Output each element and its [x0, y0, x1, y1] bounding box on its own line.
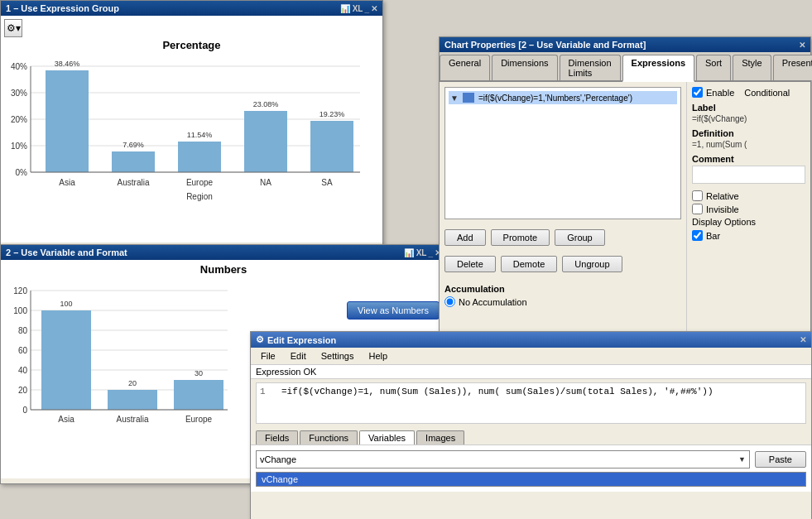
label-field-value: =if($(vChange)	[692, 114, 805, 123]
invisible-checkbox[interactable]	[692, 204, 703, 214]
tab-fields[interactable]: Fields	[256, 430, 298, 445]
view-as-numbers-button[interactable]: View as Numbers	[347, 301, 440, 320]
menu-file[interactable]: File	[254, 349, 282, 363]
definition-section: Definition =1, num(Sum (	[692, 128, 805, 149]
relative-checkbox[interactable]	[692, 190, 703, 201]
chart-props-controls[interactable]: ✕	[799, 41, 805, 50]
chart-props-tabs: General Dimensions Dimension Limits Expr…	[440, 52, 810, 82]
svg-text:60: 60	[18, 346, 28, 355]
enable-row: Enable Conditional	[692, 87, 805, 98]
promote-button[interactable]: Promote	[491, 229, 550, 246]
svg-text:Europe: Europe	[185, 415, 213, 424]
tab-functions[interactable]: Functions	[300, 430, 358, 445]
svg-text:SA: SA	[321, 178, 333, 187]
svg-rect-10	[46, 70, 89, 172]
svg-text:23.08%: 23.08%	[253, 100, 279, 108]
menu-help[interactable]: Help	[362, 349, 394, 363]
tab-variables[interactable]: Variables	[359, 430, 415, 445]
conditional-label: Conditional	[744, 88, 790, 98]
expand-icon: ▼	[450, 94, 459, 103]
enable-label: Enable	[706, 88, 734, 98]
svg-rect-44	[108, 390, 157, 410]
win1-toolbar-icon[interactable]: ⚙▾	[4, 19, 22, 37]
no-accumulation-radio[interactable]	[444, 296, 455, 307]
svg-text:11.54%: 11.54%	[187, 131, 213, 139]
tab-general[interactable]: General	[440, 55, 490, 80]
expression-code: =if($(vChange)=1, num(Sum (Sales)), num(…	[281, 387, 802, 420]
accumulation-section: Accumulation No Accumulation	[444, 284, 681, 309]
variable-dropdown[interactable]: vChange ▼	[256, 450, 750, 469]
win1-controls[interactable]: 📊 XL _ ✕	[340, 4, 377, 13]
svg-rect-12	[112, 151, 155, 172]
win1-title: 1 – Use Expression Group	[6, 3, 119, 13]
no-accumulation-label: No Accumulation	[459, 297, 527, 307]
expression-text: =if($(vChange)=1,'Numbers','Percentage')	[478, 94, 632, 103]
svg-text:10%: 10%	[11, 142, 27, 151]
variable-dropdown-value: vChange	[260, 454, 296, 464]
demote-button[interactable]: Demote	[501, 256, 558, 272]
svg-text:19.23%: 19.23%	[320, 110, 345, 118]
dropdown-arrow-icon: ▼	[738, 455, 746, 464]
svg-text:Australia: Australia	[118, 178, 150, 187]
add-button[interactable]: Add	[444, 229, 486, 246]
bar-chart-icon	[463, 93, 474, 103]
win1-minimize[interactable]: _	[364, 4, 369, 13]
expression-tree: ▼ =if($(vChange)=1,'Numbers','Percentage…	[444, 87, 681, 219]
svg-text:7.69%: 7.69%	[123, 141, 144, 149]
svg-rect-42	[41, 310, 91, 410]
relative-section: Relative Invisible	[692, 190, 805, 214]
chart-props-titlebar: Chart Properties [2 – Use Variable and F…	[440, 37, 810, 52]
expression-editor[interactable]: 1 =if($(vChange)=1, num(Sum (Sales)), nu…	[256, 382, 806, 424]
win1-close[interactable]: ✕	[371, 4, 377, 13]
svg-rect-16	[244, 111, 287, 172]
comment-field[interactable]	[692, 166, 805, 184]
win2-minimize[interactable]: _	[428, 248, 433, 257]
menu-settings[interactable]: Settings	[315, 349, 361, 363]
paste-button[interactable]: Paste	[755, 451, 806, 468]
var-list-item-vchange[interactable]: vChange	[257, 473, 805, 486]
win2-chart: 120 100 80 60 40 20 0 100 20 30	[4, 279, 236, 461]
win2-chart-title: Numbers	[4, 263, 443, 276]
svg-text:40%: 40%	[11, 62, 27, 71]
svg-text:NA: NA	[260, 178, 271, 187]
chart-props-close[interactable]: ✕	[799, 41, 805, 50]
edit-expression-dialog: ⚙ Edit Expression ✕ File Edit Settings H…	[250, 331, 812, 519]
line-number: 1	[260, 387, 276, 420]
tab-sort[interactable]: Sort	[696, 55, 731, 80]
expression-status: Expression OK	[251, 365, 811, 379]
svg-text:20%: 20%	[11, 115, 27, 124]
comment-field-label: Comment	[692, 154, 805, 164]
svg-text:Region: Region	[186, 192, 213, 201]
svg-rect-46	[174, 380, 223, 410]
definition-field-value: =1, num(Sum (	[692, 140, 805, 149]
var-dropdown-row: vChange ▼ Paste	[256, 450, 806, 469]
win2-controls[interactable]: 📊 XL _ ✕	[404, 248, 441, 257]
edit-expr-menu: File Edit Settings Help	[251, 348, 811, 365]
tab-presentation[interactable]: Presentation	[773, 55, 812, 80]
relative-label: Relative	[706, 191, 739, 201]
svg-text:40: 40	[18, 366, 28, 375]
relative-row: Relative	[692, 190, 805, 201]
enable-checkbox[interactable]	[692, 87, 703, 98]
edit-expr-tabs: Fields Functions Variables Images	[251, 427, 811, 445]
group-button[interactable]: Group	[555, 229, 605, 246]
bar-label: Bar	[706, 231, 720, 241]
tab-images[interactable]: Images	[416, 430, 464, 445]
tab-dimension-limits[interactable]: Dimension Limits	[560, 55, 621, 80]
ungroup-button[interactable]: Ungroup	[562, 256, 622, 272]
status-text: Expression OK	[256, 367, 316, 377]
menu-edit[interactable]: Edit	[284, 349, 313, 363]
tab-dimensions[interactable]: Dimensions	[492, 55, 557, 80]
svg-text:30: 30	[195, 369, 203, 377]
display-options-label: Display Options	[692, 217, 805, 227]
bar-checkbox[interactable]	[692, 230, 703, 241]
delete-button[interactable]: Delete	[444, 256, 496, 272]
tab-expressions[interactable]: Expressions	[622, 55, 694, 82]
tab-style[interactable]: Style	[733, 55, 771, 80]
edit-expr-icon: ⚙	[256, 334, 264, 345]
edit-expr-controls[interactable]: ✕	[800, 335, 806, 344]
edit-expr-close[interactable]: ✕	[800, 335, 806, 344]
svg-text:0: 0	[22, 406, 27, 415]
accumulation-label: Accumulation	[444, 284, 681, 294]
expression-row[interactable]: ▼ =if($(vChange)=1,'Numbers','Percentage…	[449, 91, 677, 104]
